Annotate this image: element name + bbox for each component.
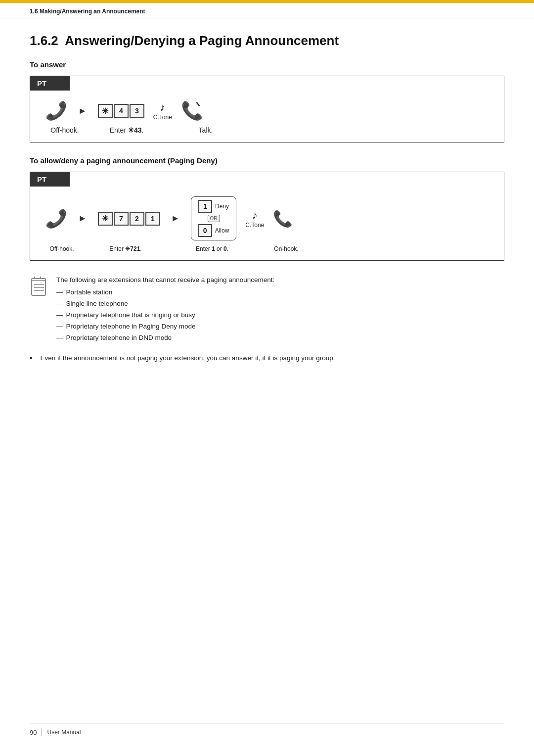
to-deny-flow: 📞 ► ✳ 7 2 1 ► 1 Deny OR xyxy=(45,196,489,240)
key-1: 1 xyxy=(145,212,160,226)
note1-list: — Portable station — Single line telepho… xyxy=(56,287,274,344)
note1-item1: — Portable station xyxy=(56,287,274,298)
note1-item2: — Single line telephone xyxy=(56,298,274,310)
notes-section: The following are extensions that cannot… xyxy=(30,275,504,364)
footer: 90 User Manual xyxy=(30,723,504,736)
deny-arrow1: ► xyxy=(78,213,87,224)
key-4: 4 xyxy=(114,104,129,118)
to-deny-labels: Off-hook. Enter ✳721. Enter 1 or 0. On-h… xyxy=(45,245,489,252)
footer-divider xyxy=(42,728,42,736)
section-title-text: Answering/Denying a Paging Announcement xyxy=(65,33,339,48)
deny-offhook-group: 📞 xyxy=(45,208,67,229)
note1-content: The following are extensions that cannot… xyxy=(56,275,274,344)
note2-text: Even if the announcement is not paging y… xyxy=(41,354,335,362)
keys-star43: ✳ 4 3 xyxy=(98,104,144,118)
to-deny-label: To allow/deny a paging announcement (Pag… xyxy=(30,156,504,165)
talk-icon-group: 📞̀ xyxy=(181,100,203,121)
deny-ctone-group: ♪ C.Tone xyxy=(245,209,264,229)
key-star: ✳ xyxy=(98,104,113,118)
note1-intro: The following are extensions that cannot… xyxy=(56,276,274,284)
page-title: 1.6.2 Answering/Denying a Paging Announc… xyxy=(30,33,504,48)
breadcrumb: 1.6 Making/Answering an Announcement xyxy=(0,3,534,18)
deny-offhook-icon: 📞 xyxy=(45,208,67,229)
diagram-header-pt: PT xyxy=(30,76,504,91)
deny-ctone-label: C.Tone xyxy=(245,222,264,229)
notepad-svg xyxy=(30,276,48,297)
ctone-group: ♪ C.Tone xyxy=(153,101,172,121)
manual-label: User Manual xyxy=(47,729,81,736)
deny-arrow2: ► xyxy=(171,213,180,224)
to-answer-diagram: PT 📞 ► ✳ 4 3 ♪ C.Tone xyxy=(30,76,504,142)
or-badge: OR xyxy=(208,215,220,222)
offhook-icon-group: 📞 xyxy=(45,100,67,121)
allow-row: 0 Allow xyxy=(198,224,229,237)
to-answer-body: 📞 ► ✳ 4 3 ♪ C.Tone 📞̀ xyxy=(30,91,504,142)
to-deny-diagram: PT 📞 ► ✳ 7 2 1 ► xyxy=(30,172,504,261)
page-content: 1.6.2 Answering/Denying a Paging Announc… xyxy=(0,18,534,394)
bullet2-icon: • xyxy=(30,354,33,364)
note1-item3: — Proprietary telephone that is ringing … xyxy=(56,310,274,321)
deny-label-enter10: Enter 1 or 0. xyxy=(192,245,232,252)
label-enter43: Enter ✳43. xyxy=(94,126,159,134)
section-number: 1.6.2 xyxy=(30,33,58,48)
onhook-icon: 📞 xyxy=(273,209,293,228)
key-3: 3 xyxy=(130,104,144,118)
note2-block: • Even if the announcement is not paging… xyxy=(30,353,504,364)
key-allow-0: 0 xyxy=(198,224,212,237)
deny-allow-box: 1 Deny OR 0 Allow xyxy=(191,196,237,240)
deny-label-onhook: On-hook. xyxy=(271,245,301,252)
to-answer-label: To answer xyxy=(30,60,504,69)
note1-block: The following are extensions that cannot… xyxy=(30,275,504,344)
offhook-handset-icon: 📞 xyxy=(45,100,67,121)
to-answer-labels: Off-hook. Enter ✳43. Talk. xyxy=(45,126,489,134)
deny-text: Deny xyxy=(215,203,229,210)
note1-item4: — Proprietary telephone in Paging Deny m… xyxy=(56,321,274,332)
keys-star721: ✳ 7 2 1 xyxy=(98,212,160,226)
note-icon-1 xyxy=(30,276,48,344)
allow-text: Allow xyxy=(215,227,229,234)
onhook-group: 📞 xyxy=(273,209,293,228)
key-star2: ✳ xyxy=(98,212,113,226)
note2-content: Even if the announcement is not paging y… xyxy=(41,353,335,364)
to-deny-body: 📞 ► ✳ 7 2 1 ► 1 Deny OR xyxy=(30,187,504,260)
ctone-label: C.Tone xyxy=(153,114,172,121)
page-number: 90 xyxy=(30,729,37,736)
deny-label-offhook: Off-hook. xyxy=(45,245,79,252)
to-answer-flow: 📞 ► ✳ 4 3 ♪ C.Tone 📞̀ xyxy=(45,100,489,121)
label-offhook: Off-hook. xyxy=(45,126,85,134)
talk-handset-icon: 📞̀ xyxy=(181,100,203,121)
deny-ctone-icon: ♪ xyxy=(252,209,258,222)
label-talk: Talk. xyxy=(183,126,228,134)
svg-rect-0 xyxy=(32,279,45,295)
key-deny-1: 1 xyxy=(198,200,212,213)
deny-row: 1 Deny xyxy=(198,200,229,213)
key-2: 2 xyxy=(130,212,144,226)
note1-item5: — Proprietary telephone in DND mode xyxy=(56,332,274,344)
diagram-header-pt2: PT xyxy=(30,172,504,187)
deny-label-enter721: Enter ✳721. xyxy=(98,245,153,252)
breadcrumb-text: 1.6 Making/Answering an Announcement xyxy=(30,8,145,15)
key-7: 7 xyxy=(114,212,129,226)
ctone-note-icon: ♪ xyxy=(160,101,165,114)
arrow1: ► xyxy=(78,106,87,116)
